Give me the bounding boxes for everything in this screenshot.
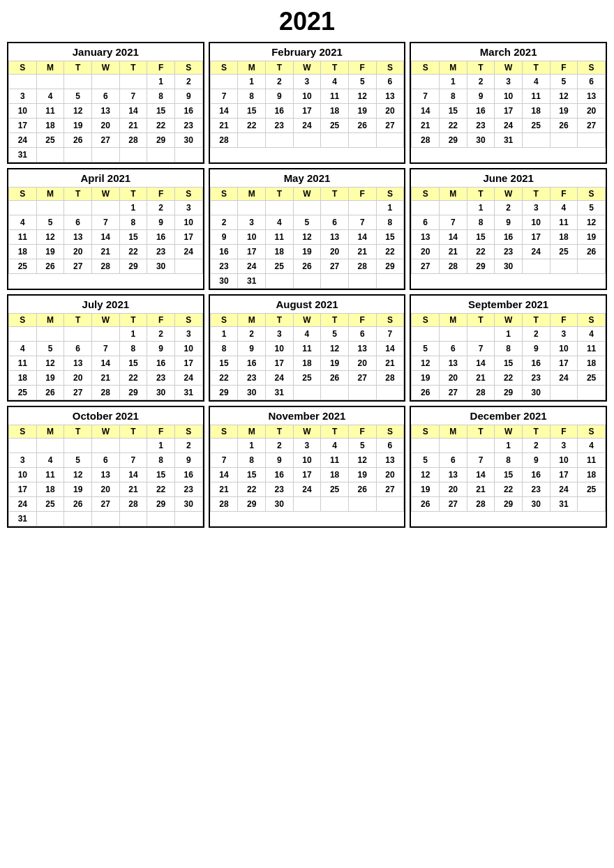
day-cell[interactable]: 20 bbox=[64, 371, 92, 386]
day-cell[interactable]: 29 bbox=[495, 386, 523, 400]
day-cell[interactable]: 14 bbox=[119, 104, 147, 119]
day-cell[interactable]: 2 bbox=[467, 75, 495, 89]
day-cell[interactable]: 17 bbox=[174, 356, 202, 371]
day-cell[interactable]: 13 bbox=[91, 104, 119, 119]
day-cell[interactable]: 5 bbox=[36, 215, 64, 230]
day-cell[interactable]: 19 bbox=[348, 104, 376, 119]
day-cell[interactable]: 7 bbox=[467, 342, 495, 356]
day-cell[interactable]: 22 bbox=[495, 371, 523, 386]
day-cell[interactable]: 8 bbox=[119, 342, 147, 356]
day-cell[interactable]: 3 bbox=[9, 453, 37, 468]
day-cell[interactable]: 12 bbox=[578, 215, 606, 230]
day-cell[interactable]: 30 bbox=[265, 497, 293, 512]
day-cell[interactable]: 1 bbox=[495, 439, 523, 453]
day-cell[interactable]: 10 bbox=[9, 104, 37, 119]
day-cell[interactable]: 25 bbox=[578, 482, 606, 497]
day-cell[interactable]: 13 bbox=[376, 89, 404, 104]
day-cell[interactable]: 3 bbox=[522, 201, 550, 215]
day-cell[interactable]: 30 bbox=[522, 386, 550, 400]
day-cell[interactable]: 12 bbox=[550, 89, 578, 104]
day-cell[interactable]: 18 bbox=[321, 468, 349, 482]
day-cell[interactable]: 18 bbox=[265, 245, 293, 259]
day-cell[interactable]: 24 bbox=[9, 133, 37, 148]
day-cell[interactable]: 10 bbox=[265, 342, 293, 356]
day-cell[interactable]: 7 bbox=[439, 215, 467, 230]
day-cell[interactable]: 2 bbox=[147, 327, 175, 342]
day-cell[interactable]: 21 bbox=[439, 245, 467, 259]
day-cell[interactable]: 28 bbox=[210, 497, 238, 512]
day-cell[interactable]: 29 bbox=[147, 133, 175, 148]
day-cell[interactable]: 20 bbox=[348, 356, 376, 371]
day-cell[interactable]: 26 bbox=[36, 259, 64, 274]
day-cell[interactable]: 5 bbox=[321, 327, 349, 342]
day-cell[interactable]: 21 bbox=[467, 371, 495, 386]
day-cell[interactable]: 13 bbox=[376, 453, 404, 468]
day-cell[interactable]: 3 bbox=[495, 75, 523, 89]
day-cell[interactable]: 30 bbox=[467, 133, 495, 148]
day-cell[interactable]: 19 bbox=[550, 104, 578, 119]
day-cell[interactable]: 21 bbox=[210, 119, 238, 133]
day-cell[interactable]: 12 bbox=[64, 104, 92, 119]
day-cell[interactable]: 18 bbox=[9, 245, 37, 259]
day-cell[interactable]: 1 bbox=[147, 75, 175, 89]
day-cell[interactable]: 8 bbox=[147, 89, 175, 104]
day-cell[interactable]: 5 bbox=[348, 75, 376, 89]
day-cell[interactable]: 5 bbox=[412, 453, 440, 468]
day-cell[interactable]: 24 bbox=[522, 245, 550, 259]
day-cell[interactable]: 23 bbox=[147, 371, 175, 386]
day-cell[interactable]: 6 bbox=[91, 89, 119, 104]
day-cell[interactable]: 15 bbox=[495, 356, 523, 371]
day-cell[interactable]: 30 bbox=[238, 386, 266, 400]
day-cell[interactable]: 18 bbox=[522, 104, 550, 119]
day-cell[interactable]: 12 bbox=[348, 453, 376, 468]
day-cell[interactable]: 9 bbox=[147, 342, 175, 356]
day-cell[interactable]: 14 bbox=[467, 356, 495, 371]
day-cell[interactable]: 30 bbox=[210, 274, 238, 289]
day-cell[interactable]: 20 bbox=[412, 245, 440, 259]
day-cell[interactable]: 3 bbox=[174, 327, 202, 342]
day-cell[interactable]: 10 bbox=[293, 453, 321, 468]
day-cell[interactable]: 25 bbox=[522, 119, 550, 133]
day-cell[interactable]: 16 bbox=[265, 104, 293, 119]
day-cell[interactable]: 2 bbox=[210, 215, 238, 230]
day-cell[interactable]: 1 bbox=[376, 201, 404, 215]
day-cell[interactable]: 6 bbox=[578, 75, 606, 89]
day-cell[interactable]: 31 bbox=[174, 386, 202, 400]
day-cell[interactable]: 3 bbox=[550, 327, 578, 342]
day-cell[interactable]: 11 bbox=[293, 342, 321, 356]
day-cell[interactable]: 16 bbox=[147, 356, 175, 371]
day-cell[interactable]: 6 bbox=[321, 215, 349, 230]
day-cell[interactable]: 13 bbox=[321, 230, 349, 245]
day-cell[interactable]: 30 bbox=[495, 259, 523, 274]
day-cell[interactable]: 22 bbox=[119, 371, 147, 386]
day-cell[interactable]: 24 bbox=[174, 371, 202, 386]
day-cell[interactable]: 8 bbox=[495, 342, 523, 356]
day-cell[interactable]: 20 bbox=[91, 482, 119, 497]
day-cell[interactable]: 8 bbox=[119, 215, 147, 230]
day-cell[interactable]: 4 bbox=[9, 342, 37, 356]
day-cell[interactable]: 17 bbox=[495, 104, 523, 119]
day-cell[interactable]: 25 bbox=[36, 497, 64, 512]
day-cell[interactable]: 26 bbox=[348, 482, 376, 497]
day-cell[interactable]: 25 bbox=[321, 119, 349, 133]
day-cell[interactable]: 27 bbox=[64, 259, 92, 274]
day-cell[interactable]: 12 bbox=[321, 342, 349, 356]
day-cell[interactable]: 9 bbox=[238, 342, 266, 356]
day-cell[interactable]: 11 bbox=[36, 468, 64, 482]
day-cell[interactable]: 5 bbox=[412, 342, 440, 356]
day-cell[interactable]: 7 bbox=[467, 453, 495, 468]
day-cell[interactable]: 22 bbox=[119, 245, 147, 259]
day-cell[interactable]: 19 bbox=[64, 119, 92, 133]
day-cell[interactable]: 7 bbox=[412, 89, 440, 104]
day-cell[interactable]: 23 bbox=[522, 371, 550, 386]
day-cell[interactable]: 16 bbox=[265, 468, 293, 482]
day-cell[interactable]: 15 bbox=[210, 356, 238, 371]
day-cell[interactable]: 24 bbox=[550, 371, 578, 386]
day-cell[interactable]: 10 bbox=[550, 453, 578, 468]
day-cell[interactable]: 26 bbox=[412, 497, 440, 512]
day-cell[interactable]: 15 bbox=[119, 356, 147, 371]
day-cell[interactable]: 8 bbox=[238, 453, 266, 468]
day-cell[interactable]: 26 bbox=[293, 259, 321, 274]
day-cell[interactable]: 11 bbox=[265, 230, 293, 245]
day-cell[interactable]: 17 bbox=[293, 468, 321, 482]
